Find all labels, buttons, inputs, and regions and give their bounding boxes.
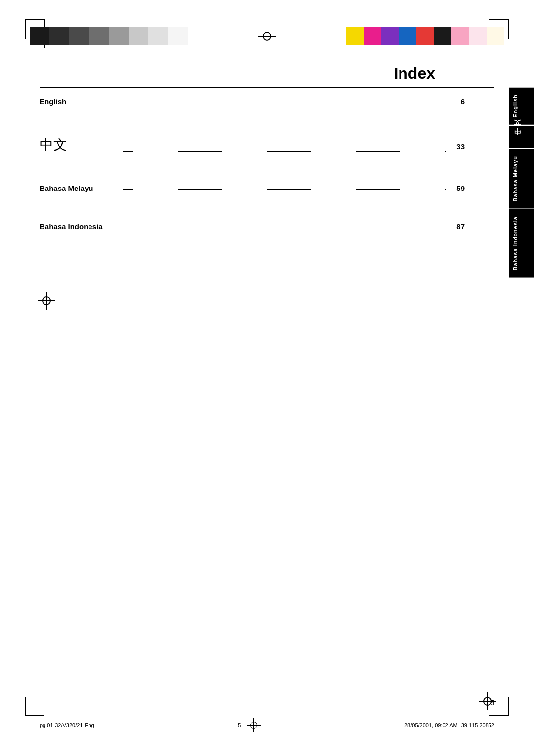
sidebar-tab-1[interactable]: 中 文 xyxy=(509,126,534,148)
black-swatch xyxy=(434,27,452,45)
entry-dots-3 xyxy=(123,228,446,228)
footer-date: 28/05/2001, 09:02 AM xyxy=(404,722,458,728)
gray-medium-swatch xyxy=(89,27,109,45)
footer-extra: 39 115 20852 xyxy=(461,722,494,728)
page-title: Index xyxy=(40,64,494,83)
entry-label-1: 中文 xyxy=(40,136,119,154)
entry-label-2: Bahasa Melayu xyxy=(40,184,119,192)
entry-label-0: English xyxy=(40,97,119,106)
left-crosshair-circle xyxy=(42,296,51,305)
black-medium-swatch xyxy=(49,27,69,45)
color-strip-left xyxy=(30,27,188,45)
corner-bracket-bl xyxy=(25,697,44,716)
index-entries: English中 文Bahasa MelayuBahasa Indonesia … xyxy=(40,88,494,231)
pink-very-light-swatch xyxy=(469,27,487,45)
footer-crosshair xyxy=(247,718,261,732)
bottom-footer: pg 01-32/V320/21-Eng 5 28/05/2001, 09:02… xyxy=(40,718,494,732)
yellow-swatch xyxy=(346,27,364,45)
footer-left: pg 01-32/V320/21-Eng xyxy=(40,722,94,728)
purple-swatch xyxy=(381,27,399,45)
entry-page-0: 6 xyxy=(450,97,465,106)
blue-swatch xyxy=(399,27,417,45)
sidebar-tab-3[interactable]: Bahasa Indonesia xyxy=(509,209,534,278)
entry-page-3: 87 xyxy=(450,222,465,231)
top-center-crosshair xyxy=(258,27,276,45)
magenta-swatch xyxy=(364,27,382,45)
bottom-right-crosshair-circle xyxy=(483,697,492,706)
gray-very-light-swatch xyxy=(148,27,168,45)
gray-lighter-swatch xyxy=(129,27,148,45)
index-entry-2: Bahasa Melayu59 xyxy=(40,184,494,192)
entry-rows-container: English6中文33Bahasa Melayu59Bahasa Indone… xyxy=(40,97,494,231)
index-entry-1: 中文33 xyxy=(40,136,494,154)
footer-crosshair-circle xyxy=(250,722,257,729)
entry-page-2: 59 xyxy=(450,184,465,192)
sidebar-tab-0[interactable]: English xyxy=(509,88,534,125)
entry-dots-2 xyxy=(123,189,446,190)
entry-label-3: Bahasa Indonesia xyxy=(40,222,119,231)
entry-page-1: 33 xyxy=(450,142,465,151)
index-entry-0: English6 xyxy=(40,97,494,106)
main-content: Index English中 文Bahasa MelayuBahasa Indo… xyxy=(40,64,494,697)
entry-dots-1 xyxy=(123,151,446,152)
gray-light-swatch xyxy=(109,27,129,45)
white-off-swatch xyxy=(168,27,188,45)
footer-right: 28/05/2001, 09:02 AM 39 115 20852 xyxy=(404,722,494,728)
top-bar-area xyxy=(30,24,504,48)
footer-center-page: 5 xyxy=(238,722,241,728)
red-swatch xyxy=(416,27,434,45)
sidebar-tabs: English中 文Bahasa MelayuBahasa Indonesia xyxy=(509,88,534,279)
entry-dots-0 xyxy=(123,103,446,103)
index-entry-3: Bahasa Indonesia87 xyxy=(40,222,494,231)
black-dark-swatch xyxy=(30,27,49,45)
pink-light-swatch xyxy=(451,27,469,45)
sidebar-tab-2[interactable]: Bahasa Melayu xyxy=(509,149,534,208)
crosshair-circle xyxy=(263,32,271,41)
color-strip-right xyxy=(346,27,504,45)
cream-swatch xyxy=(487,27,505,45)
gray-dark-swatch xyxy=(69,27,89,45)
